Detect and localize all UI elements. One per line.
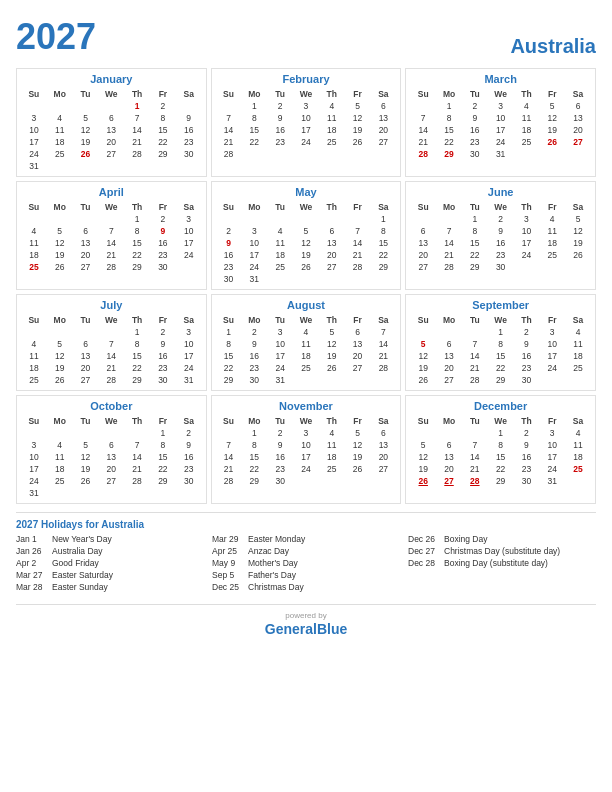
holiday-row: Apr 25Anzac Day <box>212 546 400 556</box>
day-cell: 2 <box>241 326 267 338</box>
day-cell <box>514 261 540 273</box>
holidays-columns: Jan 1New Year's DayJan 26Australia DayAp… <box>16 534 596 594</box>
day-cell: 16 <box>176 124 202 136</box>
holiday-name: Mother's Day <box>248 558 298 568</box>
month-title: February <box>216 73 397 85</box>
weekday-header: Sa <box>565 415 591 427</box>
day-cell: 22 <box>124 249 150 261</box>
month-title: April <box>21 186 202 198</box>
day-cell: 26 <box>73 148 99 160</box>
day-cell: 14 <box>98 350 124 362</box>
holiday-date: Dec 27 <box>408 546 440 556</box>
holiday-row: Mar 29Easter Monday <box>212 534 400 544</box>
powered-by: powered by <box>16 611 596 620</box>
day-cell: 24 <box>176 362 202 374</box>
day-cell: 17 <box>241 249 267 261</box>
day-cell: 16 <box>514 350 540 362</box>
day-cell <box>319 148 345 160</box>
weekday-header: We <box>293 201 319 213</box>
day-cell: 28 <box>98 261 124 273</box>
day-cell: 19 <box>47 249 73 261</box>
day-cell <box>98 160 124 172</box>
day-cell: 4 <box>21 338 47 350</box>
day-cell: 17 <box>539 350 565 362</box>
holiday-row: Mar 27Easter Saturday <box>16 570 204 580</box>
month-block: DecemberSuMoTuWeThFrSa123456789101112131… <box>405 395 596 504</box>
day-cell: 3 <box>514 213 540 225</box>
day-cell: 13 <box>345 338 371 350</box>
day-cell: 22 <box>124 362 150 374</box>
holiday-row: Dec 25Christmas Day <box>212 582 400 592</box>
day-cell: 25 <box>21 261 47 273</box>
day-cell: 22 <box>241 136 267 148</box>
day-cell: 22 <box>488 362 514 374</box>
weekday-header: We <box>98 415 124 427</box>
day-cell: 10 <box>539 338 565 350</box>
day-cell: 10 <box>21 124 47 136</box>
day-cell <box>176 261 202 273</box>
year-label: 2027 <box>16 16 96 58</box>
day-cell: 25 <box>267 261 293 273</box>
month-calendar: SuMoTuWeThFrSa12345678910111213141516171… <box>21 415 202 499</box>
day-cell: 10 <box>488 112 514 124</box>
holiday-row: Mar 28Easter Sunday <box>16 582 204 592</box>
day-cell: 13 <box>436 350 462 362</box>
day-cell <box>216 427 242 439</box>
day-cell <box>21 427 47 439</box>
day-cell: 10 <box>176 338 202 350</box>
day-cell: 16 <box>176 451 202 463</box>
day-cell: 26 <box>410 374 436 386</box>
day-cell: 3 <box>241 225 267 237</box>
day-cell <box>370 148 396 160</box>
weekday-header: Mo <box>47 201 73 213</box>
weekday-header: Th <box>319 314 345 326</box>
day-cell: 7 <box>216 112 242 124</box>
day-cell: 9 <box>462 112 488 124</box>
holiday-date: Mar 28 <box>16 582 48 592</box>
day-cell: 10 <box>241 237 267 249</box>
day-cell: 14 <box>124 451 150 463</box>
day-cell: 7 <box>462 338 488 350</box>
day-cell: 13 <box>319 237 345 249</box>
holiday-name: Boxing Day <box>444 534 487 544</box>
day-cell <box>539 261 565 273</box>
holiday-row: Dec 28Boxing Day (substitute day) <box>408 558 596 568</box>
day-cell: 2 <box>176 427 202 439</box>
day-cell: 14 <box>370 338 396 350</box>
day-cell: 5 <box>345 100 371 112</box>
day-cell: 29 <box>370 261 396 273</box>
day-cell: 5 <box>410 338 436 350</box>
day-cell: 22 <box>370 249 396 261</box>
day-cell: 2 <box>462 100 488 112</box>
day-cell: 7 <box>410 112 436 124</box>
day-cell: 18 <box>267 249 293 261</box>
day-cell: 8 <box>216 338 242 350</box>
day-cell: 5 <box>410 439 436 451</box>
holiday-row: Dec 26Boxing Day <box>408 534 596 544</box>
day-cell <box>565 475 591 487</box>
day-cell: 23 <box>514 463 540 475</box>
day-cell: 4 <box>293 326 319 338</box>
day-cell: 23 <box>514 362 540 374</box>
day-cell <box>539 148 565 160</box>
day-cell: 12 <box>539 112 565 124</box>
month-calendar: SuMoTuWeThFrSa12345678910111213141516171… <box>216 314 397 386</box>
weekday-header: Mo <box>47 314 73 326</box>
month-calendar: SuMoTuWeThFrSa12345678910111213141516171… <box>410 415 591 487</box>
day-cell <box>293 213 319 225</box>
day-cell: 17 <box>267 350 293 362</box>
month-title: May <box>216 186 397 198</box>
day-cell: 23 <box>176 136 202 148</box>
day-cell <box>150 487 176 499</box>
day-cell: 16 <box>488 237 514 249</box>
day-cell: 2 <box>216 225 242 237</box>
weekday-header: Th <box>514 415 540 427</box>
day-cell: 20 <box>410 249 436 261</box>
day-cell: 4 <box>267 225 293 237</box>
day-cell <box>73 100 99 112</box>
day-cell: 24 <box>176 249 202 261</box>
day-cell: 2 <box>150 326 176 338</box>
holiday-row: Sep 5Father's Day <box>212 570 400 580</box>
day-cell: 2 <box>514 427 540 439</box>
weekday-header: Su <box>216 314 242 326</box>
